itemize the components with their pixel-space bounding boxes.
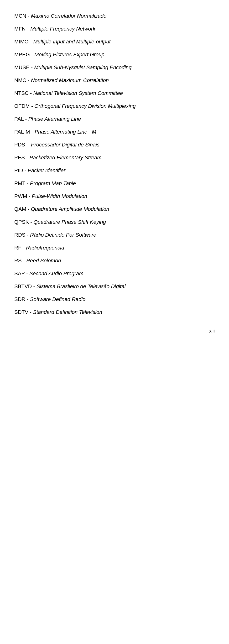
list-item: QAM - Quadrature Amplitude Modulation <box>14 203 215 216</box>
list-item: NMC - Normalized Maximum Correlation <box>14 74 215 87</box>
list-item: RDS - Rádio Definido Por Software <box>14 228 215 242</box>
acronym-key: PAL-M <box>14 129 30 135</box>
acronym-value: Moving Pictures Expert Group <box>34 52 104 58</box>
acronym-value: Quadrature Amplitude Modulation <box>31 206 109 212</box>
list-item: QPSK - Quadrature Phase Shift Keying <box>14 216 215 228</box>
list-item: OFDM - Orthogonal Frequency Division Mul… <box>14 100 215 112</box>
acronym-separator: - <box>32 283 36 289</box>
page-number: xiii <box>14 328 215 334</box>
acronym-key: MPEG <box>14 52 30 58</box>
list-item: SDR - Software Defined Radio <box>14 293 215 306</box>
acronym-key: PAL <box>14 116 24 122</box>
acronym-key: PID <box>14 168 23 174</box>
acronym-value: Quadrature Phase Shift Keying <box>34 219 106 225</box>
list-item: MFN - Multiple Frequency Network <box>14 22 215 35</box>
acronym-value: Packetized Elementary Stream <box>30 154 102 160</box>
list-item: PES - Packetized Elementary Stream <box>14 151 215 164</box>
acronym-value: Reed Solomon <box>26 258 61 264</box>
list-item: PID - Packet Identifier <box>14 164 215 177</box>
acronym-key: RDS <box>14 232 25 238</box>
acronym-value: Pulse-Width Modulation <box>32 193 87 199</box>
acronym-separator: - <box>30 103 34 109</box>
acronym-value: Program Map Table <box>30 180 76 186</box>
acronym-separator: - <box>26 13 31 19</box>
acronym-key: QPSK <box>14 219 29 225</box>
acronym-value: Phase Alternating Line - M <box>34 129 96 135</box>
list-item: SDTV - Standard Definition Television <box>14 306 215 319</box>
acronym-key: RS <box>14 258 22 264</box>
acronym-key: MUSE <box>14 64 30 70</box>
acronym-separator: - <box>29 219 34 225</box>
acronym-separator: - <box>25 296 30 302</box>
acronym-key: SDR <box>14 296 25 302</box>
acronym-value: Software Defined Radio <box>30 296 86 302</box>
list-item: SAP - Second Audio Program <box>14 267 215 280</box>
list-item: SBTVD - Sistema Brasileiro de Televisão … <box>14 280 215 293</box>
acronym-separator: - <box>21 245 26 251</box>
list-item: MCN - Máximo Correlador Normalizado <box>14 10 215 22</box>
list-item: MUSE - Multiple Sub-Nysquist Sampling En… <box>14 61 215 74</box>
acronym-separator: - <box>30 129 35 135</box>
acronym-key: NTSC <box>14 90 28 96</box>
acronym-value: Sistema Brasileiro de Televisão Digital <box>36 283 126 289</box>
acronym-key: OFDM <box>14 103 30 109</box>
list-item: RF - Radiofrequência <box>14 242 215 254</box>
acronym-key: PDS <box>14 142 25 148</box>
acronym-key: PES <box>14 154 25 160</box>
acronym-key: SBTVD <box>14 283 32 289</box>
acronym-separator: - <box>25 154 30 160</box>
acronym-value: Packet Identifier <box>28 168 65 174</box>
acronym-separator: - <box>28 90 34 96</box>
acronym-value: Multiple-input and Multiple-output <box>33 39 110 44</box>
acronym-separator: – <box>25 142 31 148</box>
list-item: PAL - Phase Alternating Line <box>14 112 215 126</box>
list-item: PDS – Processador Digital de Sinais <box>14 138 215 151</box>
acronym-value: Normalized Maximum Correlation <box>31 77 109 83</box>
acronym-list: MCN - Máximo Correlador NormalizadoMFN -… <box>14 10 215 319</box>
acronym-key: SAP <box>14 270 25 276</box>
acronym-value: Rádio Definido Por Software <box>30 232 96 238</box>
list-item: MPEG - Moving Pictures Expert Group <box>14 48 215 61</box>
acronym-separator: - <box>25 232 30 238</box>
acronym-separator: - <box>27 193 32 199</box>
acronym-separator: - <box>30 52 34 58</box>
acronym-key: MCN <box>14 13 26 19</box>
list-item: NTSC - National Television System Commit… <box>14 87 215 100</box>
acronym-key: PMT <box>14 180 25 186</box>
acronym-separator: - <box>26 77 31 83</box>
acronym-key: NMC <box>14 77 26 83</box>
acronym-separator: - <box>26 26 30 32</box>
acronym-value: Orthogonal Frequency Division Multiplexi… <box>34 103 136 109</box>
acronym-key: PWM <box>14 193 27 199</box>
list-item: PMT - Program Map Table <box>14 177 215 190</box>
acronym-key: MFN <box>14 26 26 32</box>
acronym-value: Radiofrequência <box>26 245 64 251</box>
acronym-value: Second Audio Program <box>29 270 84 276</box>
acronym-key: RF <box>14 245 21 251</box>
acronym-separator: - <box>30 64 34 70</box>
acronym-separator: - <box>28 39 34 44</box>
acronym-value: Processador Digital de Sinais <box>31 142 100 148</box>
acronym-separator: - <box>25 180 30 186</box>
acronym-separator: - <box>26 206 31 212</box>
acronym-key: QAM <box>14 206 26 212</box>
acronym-value: Multiple Sub-Nysquist Sampling Encoding <box>34 64 132 70</box>
acronym-value: Phase Alternating Line <box>28 116 81 122</box>
acronym-separator: - <box>22 258 26 264</box>
acronym-key: MIMO <box>14 39 28 44</box>
list-item: MIMO - Multiple-input and Multiple-outpu… <box>14 35 215 48</box>
acronym-separator: - <box>24 116 28 122</box>
acronym-separator: - <box>28 309 33 315</box>
acronym-key: SDTV <box>14 309 28 315</box>
acronym-separator: - <box>23 168 28 174</box>
list-item: RS - Reed Solomon <box>14 254 215 267</box>
acronym-value: Multiple Frequency Network <box>30 26 96 32</box>
acronym-value: National Television System Committee <box>33 90 123 96</box>
list-item: PAL-M - Phase Alternating Line - M <box>14 126 215 138</box>
list-item: PWM - Pulse-Width Modulation <box>14 190 215 203</box>
acronym-separator: - <box>25 270 30 276</box>
acronym-value: Máximo Correlador Normalizado <box>31 13 107 19</box>
acronym-value: Standard Definition Television <box>33 309 102 315</box>
